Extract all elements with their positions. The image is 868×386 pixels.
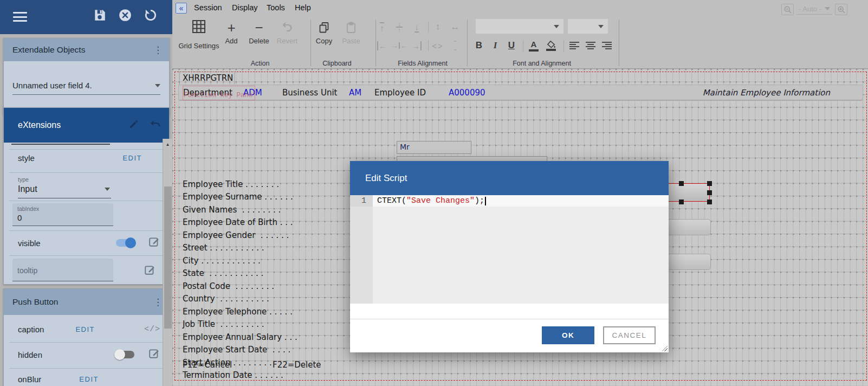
script-editor[interactable]: 1 CTEXT("Save Changes"); <box>350 195 669 304</box>
visible-toggle[interactable] <box>116 239 134 247</box>
caption-edit-button[interactable]: EDIT <box>75 325 95 333</box>
add-button[interactable]: + Add <box>218 20 244 45</box>
field-label[interactable]: Employee Title . . . . . . . <box>183 178 297 191</box>
zoom-in-icon[interactable] <box>835 4 847 15</box>
extendable-objects-title: Extendable Objects <box>12 45 85 55</box>
style-edit-button[interactable]: EDIT <box>122 154 142 162</box>
copy-label: Copy <box>311 37 337 45</box>
field-label[interactable]: Termination Date . . . . . . <box>183 369 297 382</box>
extensions-title: eXtensions <box>18 120 61 130</box>
code-string: "Save Changes" <box>406 196 475 205</box>
code-text: CTEXT("Save Changes"); <box>373 196 486 205</box>
screen-title: Maintain Employee Information <box>703 88 830 98</box>
zoom-level-value: - Auto - <box>799 5 821 13</box>
align-text-left-button[interactable] <box>567 38 582 53</box>
underline-button[interactable]: U <box>504 38 519 53</box>
collapse-sidebar-button[interactable]: « <box>176 3 187 14</box>
undo-icon[interactable] <box>148 118 163 132</box>
kebab-menu-icon[interactable]: ⋮ <box>153 46 163 55</box>
ok-button[interactable]: OK <box>542 326 594 344</box>
chevron-down-icon <box>825 7 830 10</box>
field-label[interactable]: Employee Annual Salary . . . <box>183 331 297 344</box>
fill-color-button[interactable] <box>543 38 559 53</box>
field-label[interactable]: Given Names . . . . . . . . <box>183 204 297 217</box>
field-label[interactable]: Country . . . . . . . . . . <box>183 293 297 306</box>
field-label[interactable]: Employee Surname . . . . . . <box>183 191 297 204</box>
field-label[interactable]: City . . . . . . . . . . . . <box>183 255 297 268</box>
tooltip-edit-icon[interactable] <box>144 264 156 278</box>
screen-header-band[interactable]: Department ADM Business Unit AM Employee… <box>178 85 863 101</box>
tooltip-input[interactable]: tooltip <box>12 259 113 281</box>
revert-button: Revert <box>274 20 300 45</box>
font-size-select[interactable] <box>568 19 608 34</box>
align-text-right-button[interactable] <box>599 38 614 53</box>
field-label[interactable]: Job Title . . . . . . . . . <box>183 318 297 331</box>
extendable-objects-header: Extendable Objects ⋮ <box>4 38 169 61</box>
discard-changes-icon[interactable] <box>144 8 158 22</box>
zoom-out-icon[interactable] <box>781 4 794 15</box>
font-color-button[interactable]: A <box>526 38 541 53</box>
action-group-label: Action <box>238 60 282 67</box>
field-label[interactable]: Postal Code . . . . . . . . <box>183 280 297 293</box>
tabindex-input[interactable]: tabIndex 0 <box>12 203 113 226</box>
italic-button[interactable]: I <box>488 38 503 53</box>
hidden-label: hidden <box>18 350 42 359</box>
hidden-toggle[interactable] <box>116 351 134 358</box>
fkey-delete-label[interactable]: F22=Delete <box>273 360 321 370</box>
caption-code-icon[interactable]: </> <box>144 325 160 334</box>
field-label[interactable]: State . . . . . . . . . . . <box>183 267 297 280</box>
scroll-up-arrow-icon[interactable]: ▲ <box>163 142 172 147</box>
object-selector[interactable]: Unnamed user field 4. <box>12 81 160 95</box>
font-family-select[interactable] <box>476 19 563 34</box>
field-label[interactable]: Employee Start Date . . . . <box>183 344 297 357</box>
employee-title-input[interactable]: Mr <box>397 141 471 154</box>
selection-handle[interactable] <box>679 181 684 186</box>
menu-session[interactable]: Session <box>194 3 222 12</box>
line-number: 1 <box>350 195 373 207</box>
visible-edit-icon[interactable] <box>148 236 160 250</box>
type-select[interactable]: Input <box>18 183 111 198</box>
field-label[interactable]: Street . . . . . . . . . . . <box>183 242 297 255</box>
tabindex-value: 0 <box>12 212 113 222</box>
paste-label: Paste <box>338 37 364 45</box>
resize-grip[interactable] <box>660 344 668 351</box>
function-key-panel-overlay[interactable]: Function key Panel <box>183 86 255 100</box>
selection-handle[interactable] <box>707 190 712 195</box>
selection-handle[interactable] <box>707 181 712 186</box>
kebab-menu-icon[interactable]: ⋮ <box>153 298 163 307</box>
hamburger-menu-icon[interactable] <box>13 12 27 22</box>
fkey-cancel-label[interactable]: F12=Cancel <box>183 360 232 370</box>
zoom-level-select[interactable]: - Auto - <box>796 5 832 15</box>
menu-tools[interactable]: Tools <box>267 3 285 12</box>
align-left-edge-icon: ← <box>374 39 390 52</box>
visible-property-row: visible <box>18 236 160 250</box>
code-line[interactable]: 1 CTEXT("Save Changes"); <box>350 195 669 207</box>
selection-handle[interactable] <box>679 200 684 204</box>
field-label[interactable]: Employee Date of Birth . . . <box>183 216 297 229</box>
app-window: Extendable Objects ⋮ Unnamed user field … <box>0 0 868 386</box>
sidebar-scrollbar[interactable]: ▲ <box>163 139 172 386</box>
push-button-panel: Push Button ⋮ caption EDIT </> hidden on… <box>3 288 170 386</box>
onblur-edit-button[interactable]: EDIT <box>79 375 99 383</box>
menu-help[interactable]: Help <box>295 3 311 12</box>
grid-settings-button[interactable]: Grid Settings <box>178 18 220 50</box>
employee-id-value: A000090 <box>449 88 485 98</box>
scrollbar-thumb[interactable] <box>164 186 172 329</box>
delete-button[interactable]: − Delete <box>246 20 272 45</box>
field-label[interactable]: Employee Telephone . . . . . <box>183 306 297 319</box>
cancel-button[interactable]: CANCEL <box>603 326 656 344</box>
save-icon[interactable] <box>93 8 107 22</box>
hidden-edit-icon[interactable] <box>148 348 160 362</box>
close-icon[interactable] <box>118 8 132 22</box>
editor-gutter <box>350 195 373 304</box>
menu-display[interactable]: Display <box>232 3 258 12</box>
align-text-center-button[interactable] <box>583 38 598 53</box>
tooltip-label: tooltip <box>12 259 113 275</box>
bold-button[interactable]: B <box>471 38 487 53</box>
selection-handle[interactable] <box>707 200 712 204</box>
copy-button[interactable]: Copy <box>311 20 337 45</box>
field-label[interactable]: Employee Gender . . . . . . <box>183 229 297 242</box>
edit-script-dialog: Edit Script 1 CTEXT("Save Changes"); OK … <box>350 161 669 352</box>
program-name[interactable]: XHRRPGTRN <box>183 73 233 83</box>
edit-pencil-icon[interactable] <box>127 119 141 132</box>
